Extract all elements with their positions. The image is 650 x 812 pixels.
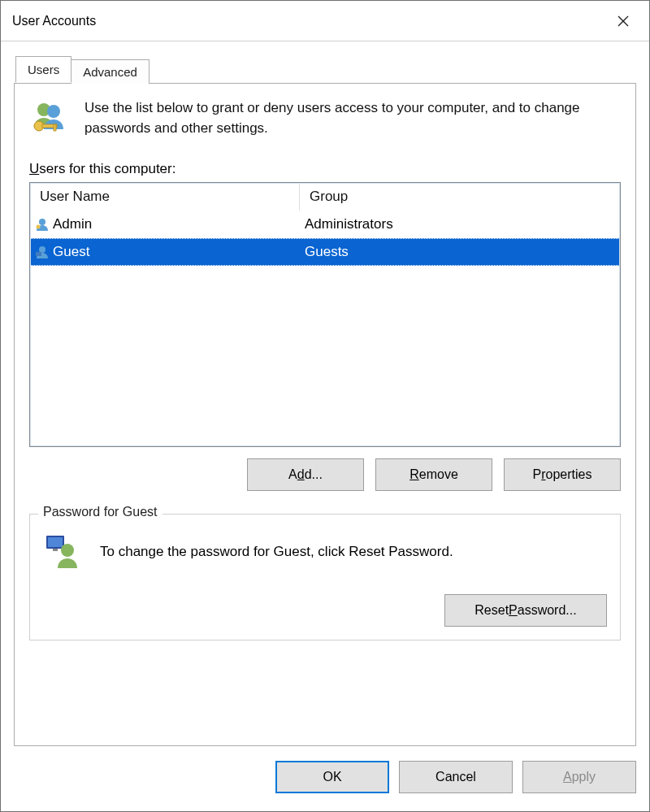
users-listview[interactable]: User Name Group Admin Administrators: [29, 182, 621, 447]
password-instruction: To change the password for Guest, click …: [100, 544, 453, 560]
svg-rect-13: [53, 549, 58, 551]
password-row: To change the password for Guest, click …: [43, 532, 607, 571]
window-title: User Accounts: [12, 14, 600, 28]
tab-advanced[interactable]: Advanced: [71, 59, 150, 84]
svg-point-7: [39, 219, 46, 225]
close-icon: [618, 15, 629, 27]
user-group: Guests: [305, 244, 349, 260]
column-header-group[interactable]: Group: [300, 183, 620, 211]
titlebar: User Accounts: [1, 1, 649, 41]
user-buttons-row: Add... Remove Properties: [29, 458, 621, 491]
user-icon: [35, 245, 50, 259]
svg-rect-10: [36, 252, 41, 256]
password-button-row: Reset Password...: [43, 594, 607, 627]
tab-panel-users: Use the list below to grant or deny user…: [14, 83, 636, 746]
svg-point-8: [37, 225, 41, 229]
apply-button[interactable]: Apply: [522, 761, 636, 793]
tab-users[interactable]: Users: [15, 56, 72, 83]
reset-password-button[interactable]: Reset Password...: [444, 594, 607, 627]
intro-row: Use the list below to grant or deny user…: [29, 98, 621, 138]
svg-point-14: [61, 544, 74, 557]
cancel-button[interactable]: Cancel: [399, 761, 513, 793]
user-name: Admin: [53, 216, 92, 232]
ok-button[interactable]: OK: [275, 761, 389, 793]
table-row[interactable]: Guest Guests: [30, 238, 620, 266]
remove-button[interactable]: Remove: [375, 458, 492, 491]
users-list-label: Users for this computer:: [29, 161, 621, 177]
tab-strip: Users Advanced: [1, 41, 649, 83]
user-group: Administrators: [305, 216, 393, 232]
user-name: Guest: [53, 244, 89, 260]
add-button[interactable]: Add...: [247, 458, 364, 491]
close-button[interactable]: [600, 3, 646, 39]
dialog-footer: OK Cancel Apply: [1, 756, 649, 811]
properties-button[interactable]: Properties: [504, 458, 621, 491]
svg-rect-6: [54, 124, 56, 131]
intro-text: Use the list below to grant or deny user…: [84, 98, 621, 138]
svg-point-9: [39, 246, 46, 253]
user-accounts-dialog: User Accounts Users Advanced Use the lis…: [0, 0, 650, 812]
table-row[interactable]: Admin Administrators: [30, 211, 620, 238]
listview-header: User Name Group: [30, 183, 620, 211]
users-key-icon: [29, 98, 68, 137]
user-icon: [35, 217, 50, 232]
svg-point-3: [47, 105, 60, 118]
user-monitor-icon: [43, 532, 82, 571]
password-groupbox: Password for Guest To change the passwor…: [29, 514, 621, 640]
password-groupbox-legend: Password for Guest: [38, 505, 162, 519]
svg-rect-12: [48, 537, 63, 547]
column-header-username[interactable]: User Name: [30, 183, 300, 211]
